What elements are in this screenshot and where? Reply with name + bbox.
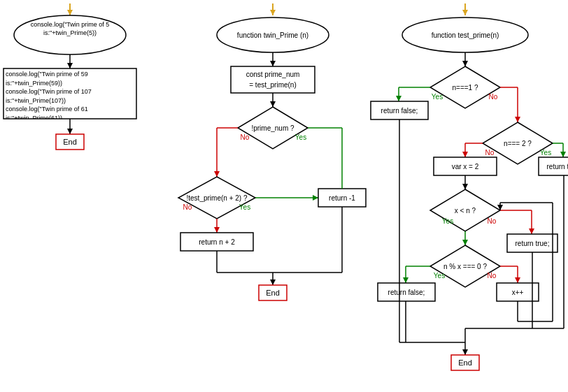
box-return-minus1-mid: return -1 bbox=[329, 194, 355, 202]
box-2-line2: = test_prime(n) bbox=[249, 81, 297, 89]
diamond-3d: n % x === 0 ? bbox=[443, 263, 487, 270]
diamond3a-yes-label: Yes bbox=[432, 93, 443, 101]
diamond-3a: n===1 ? bbox=[453, 84, 478, 92]
box-1: console.log("Twin prime of 59 is:"+twin_… bbox=[6, 70, 136, 119]
svg-marker-13 bbox=[270, 61, 276, 66]
svg-marker-92 bbox=[462, 349, 468, 355]
end-label-3: End bbox=[458, 358, 472, 367]
svg-marker-75 bbox=[515, 277, 520, 283]
box-xpp: x++ bbox=[512, 289, 524, 296]
svg-marker-45 bbox=[396, 96, 402, 101]
diamond-3b: n=== 2 ? bbox=[504, 140, 532, 147]
svg-marker-67 bbox=[462, 240, 468, 245]
end-label-1: End bbox=[63, 138, 77, 146]
svg-marker-20 bbox=[214, 171, 220, 177]
svg-marker-53 bbox=[560, 152, 566, 157]
svg-marker-26 bbox=[214, 227, 220, 233]
diamond3b-yes-label: Yes bbox=[540, 149, 551, 157]
box-2-line1: const prime_num bbox=[246, 71, 300, 78]
diamond3c-yes-label: Yes bbox=[442, 217, 453, 225]
svg-marker-1 bbox=[67, 10, 73, 15]
svg-marker-49 bbox=[515, 117, 520, 122]
box-return-true-1: return true; bbox=[547, 163, 568, 170]
diamond2a-yes-label: Yes bbox=[295, 133, 306, 141]
svg-marker-41 bbox=[462, 61, 468, 66]
svg-marker-35 bbox=[270, 280, 276, 285]
start-oval-2: function twin_Prime (n) bbox=[237, 31, 308, 39]
diamond3c-no-label: No bbox=[488, 217, 497, 225]
flowchart: console.log("Twin prime of 5 is:"+twin_P… bbox=[0, 0, 568, 392]
box-return-n2: return n + 2 bbox=[199, 238, 235, 246]
svg-marker-71 bbox=[403, 277, 409, 283]
svg-marker-38 bbox=[462, 10, 468, 15]
start-oval-3: function test_prime(n) bbox=[432, 31, 499, 39]
box-varx: var x = 2 bbox=[452, 163, 479, 170]
diamond2b-no-label: No bbox=[183, 203, 192, 211]
diamond3a-no-label: No bbox=[489, 93, 498, 101]
box-return-true-2: return true; bbox=[516, 240, 550, 247]
diamond-3c: x < n ? bbox=[455, 207, 476, 215]
diamond3d-yes-label: Yes bbox=[434, 272, 445, 280]
box-return-false-2: return false; bbox=[388, 289, 425, 296]
svg-marker-57 bbox=[462, 152, 468, 157]
diamond3b-no-label: No bbox=[485, 149, 495, 157]
svg-marker-60 bbox=[462, 184, 468, 189]
diamond3d-no-label: No bbox=[488, 272, 497, 280]
svg-marker-7 bbox=[67, 129, 73, 134]
svg-marker-64 bbox=[529, 228, 534, 234]
diamond-2b: !test_prime(n + 2) ? bbox=[187, 194, 248, 202]
svg-marker-16 bbox=[270, 101, 276, 107]
svg-marker-10 bbox=[270, 10, 276, 15]
box-return-false-1: return false; bbox=[381, 107, 418, 115]
end-label-2: End bbox=[266, 289, 280, 297]
diamond2a-no-label: No bbox=[241, 133, 250, 141]
svg-marker-4 bbox=[67, 63, 73, 68]
diamond-2a: !prime_num ? bbox=[251, 124, 294, 132]
diamond2b-yes-label: Yes bbox=[239, 203, 250, 211]
svg-marker-23 bbox=[313, 195, 318, 201]
start-oval-1: console.log("Twin prime of 5 is:"+twin_P… bbox=[17, 21, 122, 37]
